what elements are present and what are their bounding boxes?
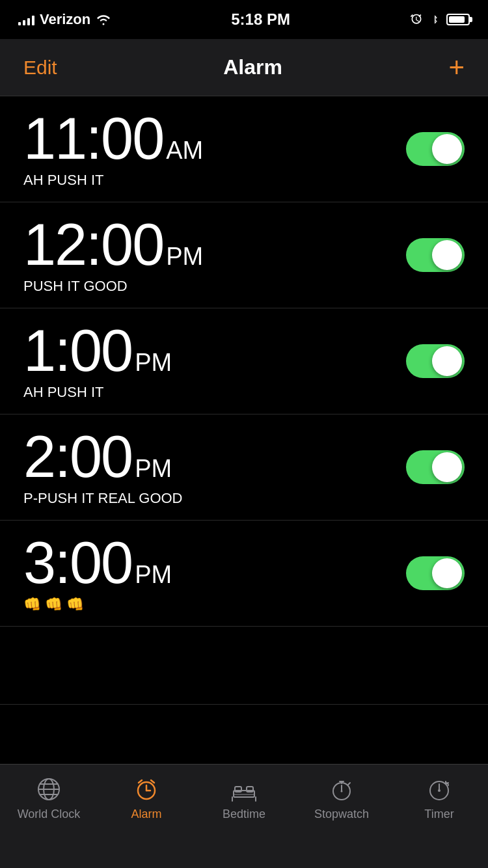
alarm-item[interactable]: 11:00 AM AH PUSH IT: [0, 96, 488, 202]
tab-stopwatch-label: Stopwatch: [314, 807, 369, 821]
toggle-knob: [432, 558, 462, 588]
alarm-label: AH PUSH IT: [23, 172, 406, 189]
alarm-toggle[interactable]: [406, 450, 465, 484]
nav-title: Alarm: [223, 55, 282, 79]
tab-timer-label: Timer: [424, 807, 454, 821]
tab-timer[interactable]: Timer: [394, 776, 485, 821]
alarm-info: 2:00 PM P-PUSH IT REAL GOOD: [23, 427, 406, 507]
alarm-info: 3:00 PM 👊 👊 👊: [23, 534, 406, 613]
nav-bar: Edit Alarm +: [0, 39, 488, 96]
empty-space: [0, 627, 488, 705]
carrier-label: Verizon: [40, 11, 90, 28]
alarm-status-icon: [410, 13, 423, 26]
svg-point-21: [341, 791, 343, 793]
svg-point-24: [438, 789, 441, 792]
alarm-ampm: PM: [166, 243, 203, 271]
alarm-ampm: AM: [166, 137, 203, 165]
svg-line-8: [139, 780, 142, 783]
alarm-time: 2:00 PM: [23, 427, 406, 486]
alarm-item[interactable]: 12:00 PM PUSH IT GOOD: [0, 202, 488, 308]
bluetooth-icon: [429, 13, 440, 26]
alarm-label: AH PUSH IT: [23, 384, 406, 401]
tab-bar: World Clock Alarm Bedtime: [0, 764, 488, 868]
toggle-knob: [432, 134, 462, 164]
tab-stopwatch[interactable]: Stopwatch: [296, 776, 387, 821]
tab-bedtime[interactable]: Bedtime: [198, 776, 290, 821]
alarm-toggle[interactable]: [406, 238, 465, 272]
tab-world-clock-label: World Clock: [18, 807, 81, 821]
battery-icon: [446, 14, 470, 25]
tab-bedtime-label: Bedtime: [223, 807, 265, 821]
alarm-ampm: PM: [135, 455, 172, 483]
alarm-item[interactable]: 2:00 PM P-PUSH IT REAL GOOD: [0, 414, 488, 521]
alarm-time: 1:00 PM: [23, 321, 406, 380]
status-bar: Verizon 5:18 PM: [0, 0, 488, 39]
add-alarm-button[interactable]: +: [448, 54, 465, 81]
alarm-toggle[interactable]: [406, 132, 465, 166]
alarm-label: 👊 👊 👊: [23, 596, 406, 613]
alarm-list: 11:00 AM AH PUSH IT 12:00 PM PUSH IT GOO…: [0, 96, 488, 627]
alarm-time: 11:00 AM: [23, 109, 406, 168]
toggle-knob: [432, 452, 462, 482]
wifi-icon: [96, 14, 111, 25]
alarm-time: 3:00 PM: [23, 534, 406, 592]
alarm-toggle[interactable]: [406, 556, 465, 590]
status-right: [410, 13, 470, 26]
alarm-label: P-PUSH IT REAL GOOD: [23, 490, 406, 507]
signal-icon: [18, 14, 34, 25]
tab-alarm[interactable]: Alarm: [101, 776, 192, 821]
bedtime-icon: [231, 776, 257, 802]
alarm-toggle[interactable]: [406, 344, 465, 378]
alarm-item[interactable]: 3:00 PM 👊 👊 👊: [0, 521, 488, 627]
alarm-item[interactable]: 1:00 PM AH PUSH IT: [0, 308, 488, 414]
alarm-ampm: PM: [135, 561, 172, 589]
alarm-info: 11:00 AM AH PUSH IT: [23, 109, 406, 189]
stopwatch-icon: [329, 776, 355, 802]
edit-button[interactable]: Edit: [23, 57, 57, 79]
alarm-time: 12:00 PM: [23, 215, 406, 274]
tab-alarm-label: Alarm: [131, 807, 161, 821]
svg-line-9: [151, 780, 154, 783]
timer-icon: [426, 776, 452, 802]
alarm-info: 1:00 PM AH PUSH IT: [23, 321, 406, 401]
alarm-label: PUSH IT GOOD: [23, 278, 406, 295]
alarm-ampm: PM: [135, 349, 172, 377]
toggle-knob: [432, 240, 462, 270]
alarm-time-value: 3:00: [23, 534, 132, 592]
status-time: 5:18 PM: [231, 10, 290, 29]
alarm-time-value: 11:00: [23, 109, 163, 168]
toggle-knob: [432, 346, 462, 376]
tab-world-clock[interactable]: World Clock: [3, 776, 94, 821]
alarm-info: 12:00 PM PUSH IT GOOD: [23, 215, 406, 295]
alarm-time-value: 1:00: [23, 321, 132, 380]
svg-line-20: [348, 783, 350, 785]
alarm-tab-icon: [133, 776, 159, 802]
alarm-time-value: 2:00: [23, 427, 132, 486]
status-left: Verizon: [18, 11, 111, 28]
globe-icon: [36, 776, 62, 802]
alarm-time-value: 12:00: [23, 215, 163, 274]
